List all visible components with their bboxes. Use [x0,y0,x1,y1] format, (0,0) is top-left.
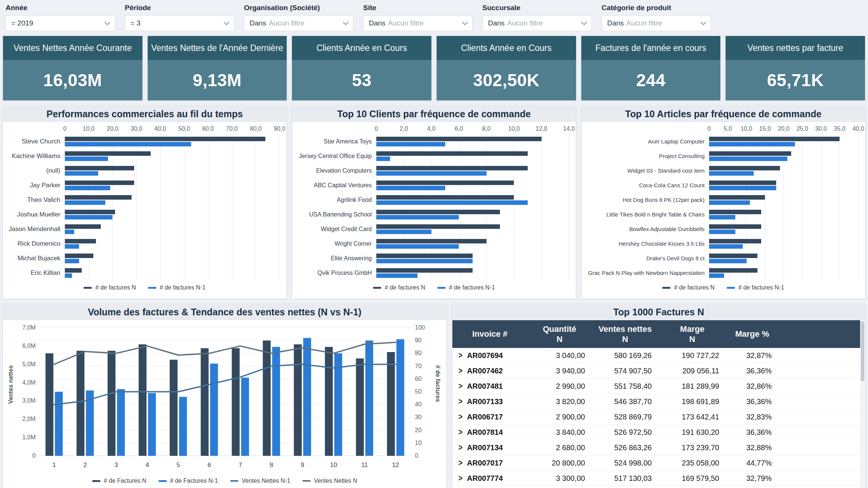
bar-n1[interactable] [376,259,473,263]
table-row[interactable]: >AR0066070,00507 044,40327 930,4070,94% [452,486,865,488]
bar-n[interactable] [709,224,761,229]
bar-factures-n[interactable] [294,344,302,456]
table-row[interactable]: >AR0078143 840,00526 972,50191 630,2036,… [452,425,865,440]
bar-n[interactable] [709,195,765,200]
bar-n[interactable] [709,268,757,273]
bar-factures-n1[interactable] [397,339,404,456]
bar-n1[interactable] [376,157,390,161]
legend-item[interactable]: # de factures N [662,284,715,291]
bar-n1[interactable] [65,200,105,205]
bar-factures-n[interactable] [325,347,333,456]
column-header[interactable]: Invoice # [452,329,527,339]
expand-chevron-icon[interactable]: > [458,458,462,467]
bar-n1[interactable] [376,230,431,234]
bar-factures-n1[interactable] [148,393,156,456]
bar-n1[interactable] [709,273,724,278]
bar-n[interactable] [376,239,486,243]
bar-n[interactable] [65,181,134,185]
bar-factures-n[interactable] [201,348,209,456]
bar-n1[interactable] [65,244,79,249]
table-row[interactable]: >AR00701720 800,00524 998,00235 058,0044… [452,455,865,471]
bar-n1[interactable] [709,215,735,219]
table-row[interactable]: >AR0074623 940,00574 907,50209 056,1136,… [452,363,865,379]
bar-n1[interactable] [376,215,459,219]
table-scrollbar[interactable] [860,320,865,488]
bar-n[interactable] [376,210,500,214]
bar-n1[interactable] [709,171,754,176]
bar-n[interactable] [709,166,780,170]
legend-item[interactable]: # de factures N [84,284,136,291]
legend-item[interactable]: Ventes Nettes N-1 [230,478,290,484]
bar-n[interactable] [376,254,473,258]
table-row[interactable]: >AR0071342 680,00526 863,26173 239,7032,… [452,440,865,455]
expand-chevron-icon[interactable]: > [458,397,462,406]
bar-factures-n1[interactable] [179,397,187,456]
expand-chevron-icon[interactable]: > [458,351,462,360]
bar-n1[interactable] [65,157,108,161]
filter-dropdown[interactable]: DansAucun filtre [602,15,711,31]
table-row[interactable]: >AR0071333 820,00546 387,70198 691,8936,… [452,394,865,409]
bar-factures-n[interactable] [108,351,115,456]
bar-n1[interactable] [376,171,486,176]
bar-n1[interactable] [709,200,750,205]
bar-n[interactable] [376,195,514,200]
bar-n[interactable] [65,239,96,243]
expand-chevron-icon[interactable]: > [458,412,462,421]
bar-n[interactable] [376,137,542,141]
scrollbar-thumb[interactable] [861,321,864,381]
legend-item[interactable]: # de Factures N-1 [159,478,218,484]
table-row[interactable]: >AR0076943 040,00580 169,26190 727,2232,… [452,348,865,363]
expand-chevron-icon[interactable]: > [458,381,462,391]
bar-n[interactable] [65,268,82,273]
bar-n1[interactable] [709,244,743,249]
bar-n1[interactable] [65,230,74,234]
bar-n1[interactable] [709,259,747,263]
bar-n[interactable] [65,254,93,258]
bar-n1[interactable] [376,186,445,190]
bar-n1[interactable] [65,273,72,278]
table-row[interactable]: >AR0074812 990,00551 758,40181 289,9932,… [452,379,865,394]
bar-n[interactable] [376,166,528,170]
bar-factures-n[interactable] [263,340,271,456]
bar-factures-n[interactable] [170,360,178,456]
bar-n[interactable] [376,181,514,185]
bar-n[interactable] [709,210,761,214]
bar-factures-n[interactable] [387,352,395,456]
filter-dropdown[interactable]: = 3 [125,15,234,31]
bar-factures-n1[interactable] [334,353,342,456]
bar-factures-n[interactable] [232,348,239,456]
bar-n[interactable] [376,268,473,273]
bar-n1[interactable] [376,273,418,278]
bar-n[interactable] [709,181,776,185]
bar-factures-n1[interactable] [241,378,249,456]
table-row[interactable]: >AR0067172 900,00528 869,79173 642,4132,… [452,409,865,425]
bar-n[interactable] [376,224,500,229]
bar-n[interactable] [709,254,757,258]
bar-factures-n[interactable] [45,353,53,456]
filter-dropdown[interactable]: DansAucun filtre [244,15,353,31]
legend-item[interactable]: # de Factures N [92,478,147,484]
legend-item[interactable]: # de factures N-1 [148,284,206,291]
bar-n1[interactable] [65,171,98,176]
bar-n1[interactable] [709,186,776,190]
bar-n[interactable] [709,137,840,141]
expand-chevron-icon[interactable]: > [458,427,462,437]
bar-n1[interactable] [376,244,459,249]
bar-factures-n[interactable] [76,351,84,456]
filter-dropdown[interactable]: DansAucun filtre [363,15,473,31]
filter-dropdown[interactable]: DansAucun filtre [482,15,592,31]
expand-chevron-icon[interactable]: > [458,443,462,452]
column-header[interactable]: Quantité N [527,324,592,345]
bar-n[interactable] [376,151,528,156]
bar-n[interactable] [65,166,134,170]
bar-n1[interactable] [65,259,79,263]
filter-dropdown[interactable]: = 2019 [6,15,115,31]
bar-n[interactable] [65,195,132,200]
bar-factures-n1[interactable] [303,338,311,456]
bar-factures-n1[interactable] [365,340,373,456]
column-header[interactable]: Marge % [726,329,778,339]
bar-n1[interactable] [376,200,528,205]
expand-chevron-icon[interactable]: > [458,473,462,483]
bar-n[interactable] [65,151,151,156]
bar-n1[interactable] [65,142,191,146]
